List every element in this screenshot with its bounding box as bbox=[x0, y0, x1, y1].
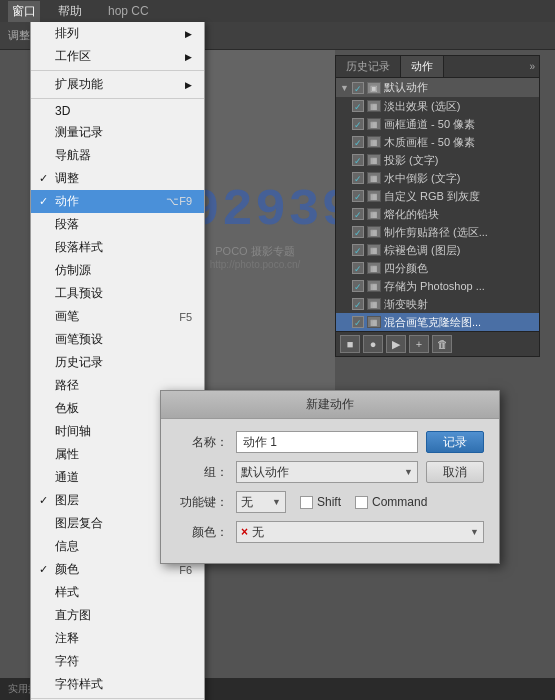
color-shortcut: F6 bbox=[179, 564, 192, 576]
menu-item-measure[interactable]: 测量记录 bbox=[31, 121, 204, 144]
new-action-dialog: 新建动作 名称： 记录 组： 默认动作 ▼ 取消 功能键： bbox=[160, 390, 500, 564]
menu-help[interactable]: 帮助 bbox=[54, 1, 86, 22]
app-title: hop CC bbox=[108, 4, 149, 18]
menu-item-character-styles[interactable]: 字符样式 bbox=[31, 673, 204, 696]
action-item-12[interactable]: ✓ ▦ 混合画笔克隆绘图... bbox=[336, 313, 539, 331]
add-action-btn[interactable]: + bbox=[409, 335, 429, 353]
shift-checkbox[interactable] bbox=[300, 496, 313, 509]
action-item-1[interactable]: ✓ ▦ 画框通道 - 50 像素 bbox=[336, 115, 539, 133]
action-label-8: 棕褪色调 (图层) bbox=[384, 243, 460, 258]
record-btn[interactable]: ● bbox=[363, 335, 383, 353]
check-11[interactable]: ✓ bbox=[352, 298, 364, 310]
action-label-12: 混合画笔克隆绘图... bbox=[384, 315, 481, 330]
check-10[interactable]: ✓ bbox=[352, 280, 364, 292]
panel-tabs: 历史记录 动作 » bbox=[336, 56, 539, 78]
dialog-title: 新建动作 bbox=[161, 391, 499, 419]
menu-item-arrange[interactable]: 排列 bbox=[31, 22, 204, 45]
check-3[interactable]: ✓ bbox=[352, 154, 364, 166]
group-select-arrow-icon: ▼ bbox=[404, 467, 413, 477]
fkey-select[interactable]: 无 ▼ bbox=[236, 491, 286, 513]
actions-panel: 历史记录 动作 » ▼ ✓ ▣ 默认动作 ✓ ▦ 淡出效果 (选区) ✓ ▦ 画… bbox=[335, 55, 540, 357]
action-icon-3: ▦ bbox=[367, 154, 381, 166]
check-7[interactable]: ✓ bbox=[352, 226, 364, 238]
color-x-icon: × bbox=[241, 525, 248, 539]
name-label: 名称： bbox=[176, 434, 228, 451]
action-icon-1: ▦ bbox=[367, 118, 381, 130]
action-label-0: 淡出效果 (选区) bbox=[384, 99, 460, 114]
menu-item-clone-source[interactable]: 仿制源 bbox=[31, 259, 204, 282]
check-5[interactable]: ✓ bbox=[352, 190, 364, 202]
command-checkbox-row: Command bbox=[355, 495, 427, 509]
check-6[interactable]: ✓ bbox=[352, 208, 364, 220]
check-8[interactable]: ✓ bbox=[352, 244, 364, 256]
menu-item-tool-presets[interactable]: 工具预设 bbox=[31, 282, 204, 305]
action-label-6: 熔化的铅块 bbox=[384, 207, 439, 222]
action-item-8[interactable]: ✓ ▦ 棕褪色调 (图层) bbox=[336, 241, 539, 259]
action-item-0[interactable]: ✓ ▦ 淡出效果 (选区) bbox=[336, 97, 539, 115]
color-select[interactable]: × 无 ▼ bbox=[236, 521, 484, 543]
action-icon-4: ▦ bbox=[367, 172, 381, 184]
menu-item-navigator[interactable]: 导航器 bbox=[31, 144, 204, 167]
tab-actions[interactable]: 动作 bbox=[401, 56, 444, 77]
menu-item-workspace[interactable]: 工作区 bbox=[31, 45, 204, 68]
menu-item-histogram[interactable]: 直方图 bbox=[31, 604, 204, 627]
command-label: Command bbox=[372, 495, 427, 509]
menu-item-styles[interactable]: 样式 bbox=[31, 581, 204, 604]
action-item-4[interactable]: ✓ ▦ 水中倒影 (文字) bbox=[336, 169, 539, 187]
check-1[interactable]: ✓ bbox=[352, 118, 364, 130]
action-label-1: 画框通道 - 50 像素 bbox=[384, 117, 475, 132]
menu-item-history[interactable]: 历史记录 bbox=[31, 351, 204, 374]
menu-item-paragraph[interactable]: 段落 bbox=[31, 213, 204, 236]
action-item-2[interactable]: ✓ ▦ 木质画框 - 50 像素 bbox=[336, 133, 539, 151]
menu-item-brush-presets[interactable]: 画笔预设 bbox=[31, 328, 204, 351]
menu-item-character[interactable]: 字符 bbox=[31, 650, 204, 673]
menu-window[interactable]: 窗口 bbox=[8, 1, 40, 22]
action-label-10: 存储为 Photoshop ... bbox=[384, 279, 485, 294]
action-label-7: 制作剪贴路径 (选区... bbox=[384, 225, 488, 240]
check-9[interactable]: ✓ bbox=[352, 262, 364, 274]
check-12[interactable]: ✓ bbox=[352, 316, 364, 328]
menu-item-notes[interactable]: 注释 bbox=[31, 627, 204, 650]
action-item-6[interactable]: ✓ ▦ 熔化的铅块 bbox=[336, 205, 539, 223]
action-item-10[interactable]: ✓ ▦ 存储为 Photoshop ... bbox=[336, 277, 539, 295]
check-4[interactable]: ✓ bbox=[352, 172, 364, 184]
action-icon-8: ▦ bbox=[367, 244, 381, 256]
menu-item-brush[interactable]: 画笔 F5 bbox=[31, 305, 204, 328]
tab-history[interactable]: 历史记录 bbox=[336, 56, 401, 77]
menu-bar: 窗口 帮助 hop CC bbox=[0, 0, 555, 22]
check-0[interactable]: ✓ bbox=[352, 100, 364, 112]
menu-item-adjustments[interactable]: 调整 bbox=[31, 167, 204, 190]
name-input[interactable] bbox=[236, 431, 418, 453]
action-item-3[interactable]: ✓ ▦ 投影 (文字) bbox=[336, 151, 539, 169]
action-icon-0: ▦ bbox=[367, 100, 381, 112]
play-btn[interactable]: ▶ bbox=[386, 335, 406, 353]
group-arrow-icon: ▼ bbox=[340, 83, 349, 93]
cancel-btn[interactable]: 取消 bbox=[426, 461, 484, 483]
menu-item-3d[interactable]: 3D bbox=[31, 101, 204, 121]
fkey-label: 功能键： bbox=[176, 494, 228, 511]
action-label-11: 渐变映射 bbox=[384, 297, 428, 312]
action-label-3: 投影 (文字) bbox=[384, 153, 438, 168]
color-arrow-icon: ▼ bbox=[470, 527, 479, 537]
fkey-value: 无 bbox=[241, 494, 253, 511]
dialog-body: 名称： 记录 组： 默认动作 ▼ 取消 功能键： 无 ▼ bbox=[161, 419, 499, 563]
actions-group-header[interactable]: ▼ ✓ ▣ 默认动作 bbox=[336, 78, 539, 97]
action-icon-2: ▦ bbox=[367, 136, 381, 148]
stop-btn[interactable]: ■ bbox=[340, 335, 360, 353]
action-item-5[interactable]: ✓ ▦ 自定义 RGB 到灰度 bbox=[336, 187, 539, 205]
group-select[interactable]: 默认动作 ▼ bbox=[236, 461, 418, 483]
menu-item-paragraph-styles[interactable]: 段落样式 bbox=[31, 236, 204, 259]
action-item-7[interactable]: ✓ ▦ 制作剪贴路径 (选区... bbox=[336, 223, 539, 241]
command-checkbox[interactable] bbox=[355, 496, 368, 509]
group-check[interactable]: ✓ bbox=[352, 82, 364, 94]
action-label-5: 自定义 RGB 到灰度 bbox=[384, 189, 480, 204]
record-action-btn[interactable]: 记录 bbox=[426, 431, 484, 453]
menu-item-extensions[interactable]: 扩展功能 bbox=[31, 73, 204, 96]
panel-menu-arrow[interactable]: » bbox=[525, 58, 539, 75]
delete-action-btn[interactable]: 🗑 bbox=[432, 335, 452, 353]
action-item-9[interactable]: ✓ ▦ 四分颜色 bbox=[336, 259, 539, 277]
action-item-11[interactable]: ✓ ▦ 渐变映射 bbox=[336, 295, 539, 313]
menu-item-actions[interactable]: 动作 ⌥F9 bbox=[31, 190, 204, 213]
shift-checkbox-row: Shift bbox=[300, 495, 341, 509]
check-2[interactable]: ✓ bbox=[352, 136, 364, 148]
